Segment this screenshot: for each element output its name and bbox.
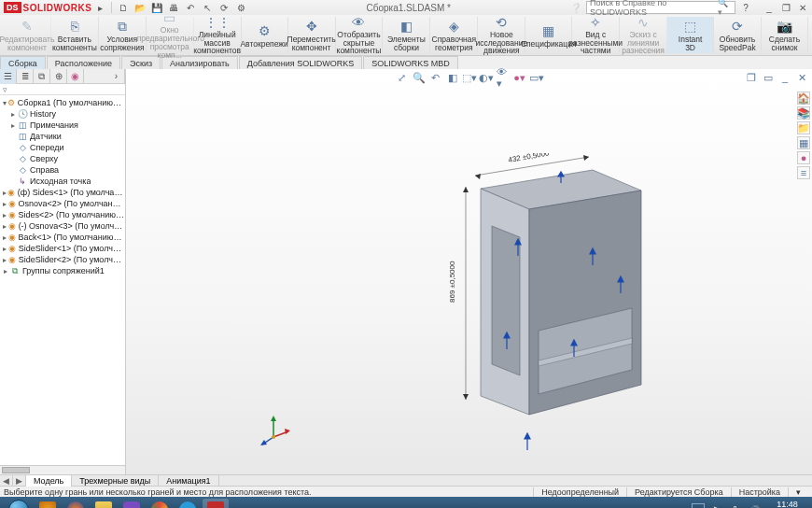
graphics-viewport[interactable]: ⤢ 🔍 ↶ ◧ ⬚▾ ◐▾ 👁▾ ●▾ ▭▾ ❐ ▭ _ ✕ 🏠 📚 📁 ▦ ●… [126, 69, 812, 474]
tree-item[interactable]: ▸◉SideSlider<2> (По умолчанию<<По [0, 254, 125, 265]
fm-tab-property-icon[interactable]: ≣ [17, 69, 34, 84]
options-icon[interactable]: ⚙ [233, 0, 248, 15]
view-triad[interactable] [257, 413, 290, 446]
tray-action-icon[interactable]: ⚑ [710, 503, 723, 508]
select-icon[interactable]: ↖ [200, 0, 215, 15]
tree-scrollbar[interactable] [0, 465, 125, 474]
fm-expand-icon[interactable]: › [108, 69, 125, 84]
task-chrome[interactable] [147, 499, 173, 508]
display-style-icon[interactable]: ◐▾ [480, 71, 493, 84]
fm-tab-tree-icon[interactable]: ☰ [0, 69, 17, 84]
tray-up-icon[interactable]: ▴ [673, 503, 686, 508]
task-solidworks[interactable] [203, 499, 229, 508]
btab-prev-icon[interactable]: ◀ [0, 475, 13, 487]
tab-addins[interactable]: Добавления SOLIDWORKS [239, 56, 362, 69]
tray-clock[interactable]: 11:48 11.12.2016 [766, 501, 808, 508]
ribbon-insert-components[interactable]: ⎘Вставить компоненты [51, 17, 99, 53]
tree-item[interactable]: ▸◉Osnova<2> (По умолчанию<<По ум [0, 198, 125, 209]
btab-animation[interactable]: Анимация1 [159, 475, 218, 487]
fm-tab-dimxpert-icon[interactable]: ⊕ [50, 69, 67, 84]
vp-minimize-icon[interactable]: _ [778, 71, 791, 84]
tree-root[interactable]: ▾⚙Сборка1 (По умолчанию<По умолчан [0, 97, 125, 108]
appearance-icon[interactable]: ●▾ [513, 71, 526, 84]
status-extra-icon[interactable]: ▾ [788, 487, 808, 497]
close-icon[interactable]: ✕ [797, 2, 808, 13]
btab-next-icon[interactable]: ▶ [13, 475, 26, 487]
maximize-icon[interactable]: ❐ [780, 2, 791, 13]
ribbon-preview-window[interactable]: ▭Окно предварительного просмотра комп... [147, 17, 194, 53]
tree-item[interactable]: ▸◉(-) Osnova<3> (По умолчанию<<По [0, 220, 125, 232]
task-viber[interactable] [119, 499, 145, 508]
ribbon-snapshot[interactable]: 📷Сделать снимок [762, 17, 808, 53]
tp-design-lib-icon[interactable]: 📚 [797, 106, 810, 120]
ribbon-exploded-view[interactable]: ✧Вид с разнесенными частями [572, 17, 620, 53]
tp-custom-props-icon[interactable]: ≡ [797, 166, 810, 179]
tree-item[interactable]: ◇Сверху [0, 153, 125, 164]
tp-view-palette-icon[interactable]: ▦ [797, 136, 810, 149]
tray-lang[interactable]: EN [692, 503, 705, 508]
rebuild-icon[interactable]: ⟳ [217, 0, 231, 15]
fm-tab-display-icon[interactable]: ◉ [67, 69, 84, 84]
tree-item[interactable]: ▸⧉Группы сопряжений1 [0, 265, 125, 276]
zoom-fit-icon[interactable]: ⤢ [396, 71, 409, 84]
ribbon-show-hidden[interactable]: 👁Отобразить скрытые компоненты [336, 17, 384, 53]
tree-item[interactable]: ▸🕓History [0, 108, 125, 120]
hide-show-icon[interactable]: 👁▾ [497, 71, 510, 84]
section-icon[interactable]: ◧ [446, 71, 459, 84]
prev-view-icon[interactable]: ↶ [429, 71, 442, 84]
btab-3dviews[interactable]: Трехмерные виды [72, 475, 159, 487]
ribbon-smart-fasteners[interactable]: ⚙Автокрепежи [242, 17, 288, 53]
tree-item[interactable]: ▸◫Примечания [0, 120, 125, 131]
search-placeholder: Поиск в Справке по SOLIDWORKS [590, 0, 718, 17]
task-mediaplayer[interactable] [35, 499, 61, 508]
zoom-area-icon[interactable]: 🔍 [413, 71, 426, 84]
tab-mbd[interactable]: SOLIDWORKS MBD [363, 56, 458, 69]
help-icon[interactable]: ❔ [568, 0, 583, 15]
start-button[interactable] [4, 499, 34, 508]
tp-home-icon[interactable]: 🏠 [797, 92, 810, 105]
task-firefox[interactable] [63, 499, 89, 508]
help-search-input[interactable]: Поиск в Справке по SOLIDWORKS 🔍▾ [586, 1, 735, 14]
tab-layout[interactable]: Расположение [47, 56, 120, 69]
tree-item[interactable]: ▸◉Back<1> (По умолчанию<<По умол [0, 232, 125, 243]
undo-icon[interactable]: ↶ [183, 0, 198, 15]
tree-item[interactable]: ▸◉(ф) Sides<1> (По умолчанию<<По ум [0, 187, 125, 198]
ribbon-bom[interactable]: ▦Спецификация [525, 17, 572, 53]
tray-volume-icon[interactable]: 🔊 [748, 503, 761, 508]
tree-item[interactable]: ▸◉Sides<2> (По умолчанию<<По умо. [0, 209, 125, 220]
tree-item[interactable]: ▸◉SideSlider<1> (По умолчанию<<По [0, 243, 125, 254]
ribbon-edit-component[interactable]: ✎Редактировать компонент [4, 17, 51, 53]
tp-file-explorer-icon[interactable]: 📁 [797, 121, 810, 134]
ribbon-motion-study[interactable]: ⟲Новое исследование движения [478, 17, 525, 53]
open-icon[interactable]: 📂 [133, 0, 147, 15]
tree-item[interactable]: ↳Исходная точка [0, 176, 125, 187]
vp-maximize-icon[interactable]: ▭ [762, 71, 775, 84]
vp-restore-icon[interactable]: ❐ [745, 71, 758, 84]
new-icon[interactable]: 🗋 [116, 0, 131, 15]
view-orient-icon[interactable]: ⬚▾ [463, 71, 476, 84]
status-config[interactable]: Настройка [731, 487, 788, 497]
scene-icon[interactable]: ▭▾ [530, 71, 543, 84]
ribbon-assembly-features[interactable]: ◧Элементы сборки [383, 17, 430, 53]
tab-assembly[interactable]: Сборка [0, 56, 46, 69]
ribbon-speedpak[interactable]: ⟳Обновить SpeedPak [714, 17, 762, 53]
qa-dropdown-icon[interactable]: ▸ [92, 0, 107, 15]
minimize-icon[interactable]: _ [763, 2, 775, 13]
ribbon-explode-sketch[interactable]: ∿Эскиз с линиями разнесения [620, 17, 667, 53]
tree-item[interactable]: ◇Справа [0, 164, 125, 176]
ds-badge: DS [4, 2, 21, 13]
ribbon-move-component[interactable]: ✥Переместить компонент [288, 17, 336, 53]
vp-close-icon[interactable]: ✕ [795, 71, 808, 84]
tree-item[interactable]: ◇Спереди [0, 142, 125, 153]
feature-filter[interactable]: ▿ [0, 84, 125, 95]
ribbon-instant-3d[interactable]: ⬚Instant 3D [667, 17, 714, 53]
task-explorer[interactable] [91, 499, 117, 508]
tray-network-icon[interactable]: 🖧 [729, 503, 742, 508]
task-skype[interactable] [175, 499, 201, 508]
tree-item[interactable]: ◫Датчики [0, 131, 125, 142]
task-pane-icon[interactable]: ? [738, 0, 753, 15]
ribbon-ref-geometry[interactable]: ◈Справочная геометрия [430, 17, 478, 53]
tp-appearances-icon[interactable]: ● [797, 151, 810, 164]
btab-model[interactable]: Модель [26, 475, 72, 487]
fm-tab-config-icon[interactable]: ⧉ [34, 69, 50, 84]
